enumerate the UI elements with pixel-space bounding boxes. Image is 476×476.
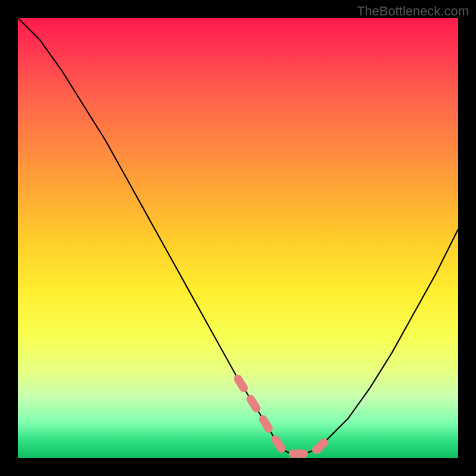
valley-markers	[238, 379, 326, 454]
bottleneck-curve	[18, 18, 458, 454]
bottleneck-chart	[18, 18, 458, 458]
watermark-text: TheBottleneck.com	[357, 4, 469, 19]
plot-area	[18, 18, 458, 458]
